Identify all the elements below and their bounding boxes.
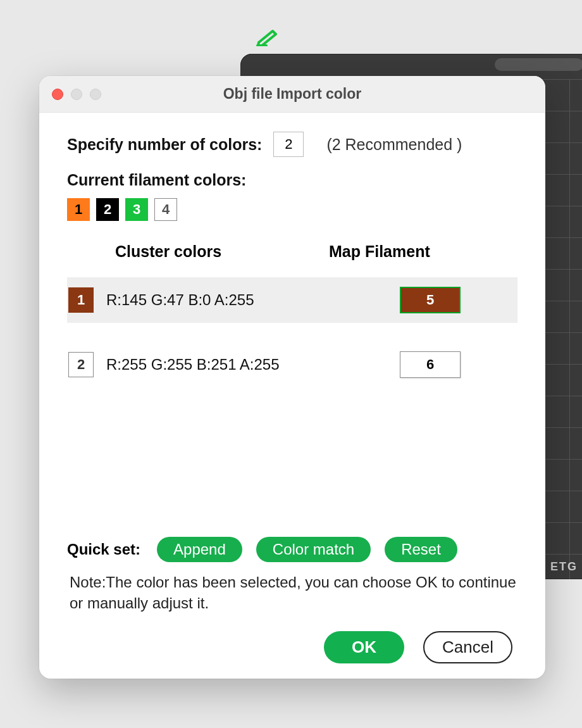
ok-button[interactable]: OK xyxy=(324,631,404,663)
th-map-filament: Map Filament xyxy=(329,242,430,261)
map-cell: 6 xyxy=(348,351,512,378)
note-text: Note:The color has been selected, you ca… xyxy=(67,572,517,613)
current-filaments-label: Current filament colors: xyxy=(67,171,517,189)
filament-swatch-2[interactable]: 2 xyxy=(96,198,119,221)
footer-buttons: OK Cancel xyxy=(67,631,517,663)
filament-swatch-1[interactable]: 1 xyxy=(67,198,90,221)
cluster-row[interactable]: 1R:145 G:47 B:0 A:2555 xyxy=(67,277,517,323)
filament-swatch-4[interactable]: 4 xyxy=(154,198,177,221)
maximize-icon[interactable] xyxy=(90,89,101,100)
cluster-table-header: Cluster colors Map Filament xyxy=(67,242,517,261)
cluster-row[interactable]: 2R:255 G:255 B:251 A:2556 xyxy=(67,342,517,387)
dialog-content: Specify number of colors: (2 Recommended… xyxy=(39,113,545,679)
th-cluster-colors: Cluster colors xyxy=(70,242,329,261)
cluster-swatch: 2 xyxy=(68,352,94,377)
edit-icon xyxy=(256,28,279,46)
cluster-rgba-text: R:145 G:47 B:0 A:255 xyxy=(106,291,348,309)
map-filament-select[interactable]: 5 xyxy=(400,287,461,313)
filament-swatch-row: 1234 xyxy=(67,198,517,221)
cluster-swatch: 1 xyxy=(68,287,94,313)
dialog-title: Obj file Import color xyxy=(39,85,545,103)
specify-row: Specify number of colors: (2 Recommended… xyxy=(67,132,517,157)
reset-button[interactable]: Reset xyxy=(385,537,457,562)
titlebar: Obj file Import color xyxy=(39,76,545,113)
quickset-row: Quick set: Append Color match Reset xyxy=(67,537,517,562)
filament-swatch-3[interactable]: 3 xyxy=(125,198,148,221)
quickset-label: Quick set: xyxy=(67,541,140,558)
append-button[interactable]: Append xyxy=(157,537,242,562)
close-icon[interactable] xyxy=(52,89,63,100)
import-color-dialog: Obj file Import color Specify number of … xyxy=(39,76,545,679)
specify-label: Specify number of colors: xyxy=(67,135,262,154)
cancel-button[interactable]: Cancel xyxy=(423,631,512,663)
background-etg-label: ETG xyxy=(550,560,578,574)
color-match-button[interactable]: Color match xyxy=(256,537,371,562)
cluster-list: 1R:145 G:47 B:0 A:25552R:255 G:255 B:251… xyxy=(67,277,517,387)
map-cell: 5 xyxy=(348,287,512,313)
cluster-rgba-text: R:255 G:255 B:251 A:255 xyxy=(106,356,348,373)
color-count-input[interactable] xyxy=(273,132,304,157)
recommended-text: (2 Recommended ) xyxy=(326,135,462,154)
window-controls xyxy=(52,89,101,100)
background-tab-handle xyxy=(495,58,582,71)
map-filament-select[interactable]: 6 xyxy=(400,351,461,378)
minimize-icon[interactable] xyxy=(71,89,82,100)
